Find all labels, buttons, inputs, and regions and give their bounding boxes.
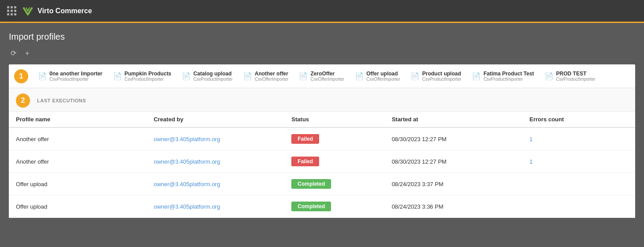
profile-tab-icon: 📄	[38, 72, 47, 80]
cell-status: Completed	[284, 173, 384, 195]
cell-profile-name: Offer upload	[9, 195, 147, 218]
cell-started-at: 08/30/2023 12:27 PM	[384, 150, 522, 173]
table-row[interactable]: Another offer owner@3.405platform.org Fa…	[9, 150, 635, 173]
profile-tab-name: Product upload	[422, 71, 461, 77]
table-row[interactable]: Offer upload owner@3.405platform.org Com…	[9, 195, 635, 218]
profile-tab-type: CsvProductImporter	[124, 77, 171, 82]
cell-created-by: owner@3.405platform.org	[147, 173, 284, 195]
profile-tab-icon: 📄	[243, 72, 252, 80]
executions-title: LAST EXECUTIONS	[37, 98, 86, 103]
cell-created-by: owner@3.405platform.org	[147, 150, 284, 173]
profile-tab-text: Fatima Product Test CsvProductImporter	[483, 71, 534, 82]
profile-tab-text: Product upload CsvProductImporter	[422, 71, 461, 82]
profile-tab-type: CsvProductImporter	[422, 77, 461, 82]
profile-tab-type: CsvProductImporter	[49, 77, 102, 82]
profile-tab-icon: 📄	[182, 72, 191, 80]
table-row[interactable]: Another offer owner@3.405platform.org Fa…	[9, 127, 635, 150]
table-header-row: Profile name Created by Status Started a…	[9, 112, 635, 127]
profile-tab-name: PROD TEST	[556, 71, 595, 77]
cell-errors-count: 1	[523, 127, 635, 150]
executions-section: 2 LAST EXECUTIONS Profile name Created b…	[9, 88, 635, 218]
top-navbar: Virto Commerce	[0, 0, 644, 23]
cell-status: Failed	[284, 150, 384, 173]
profile-tab-icon: 📄	[545, 72, 554, 80]
profile-tab-text: Another offer CsvOfferImporter	[255, 71, 289, 82]
refresh-button[interactable]: ⟳	[9, 48, 18, 58]
status-badge: Completed	[291, 179, 331, 189]
profile-tab-name: Fatima Product Test	[483, 71, 534, 77]
profile-tab-text: 0ne another Importer CsvProductImporter	[49, 71, 102, 82]
profile-tab-type: CsvOfferImporter	[255, 77, 289, 82]
col-header-created-by: Created by	[147, 112, 284, 127]
profile-tab-name: Offer upload	[366, 71, 400, 77]
profile-tab-name: Pumpkin Products	[124, 71, 171, 77]
profile-tab[interactable]: 📄 ZeroOffer CsvOfferImporter	[294, 69, 349, 83]
profile-tab[interactable]: 📄 Offer upload CsvOfferImporter	[350, 69, 405, 83]
profile-tab[interactable]: 📄 Catalog upload CsvProductImporter	[177, 69, 237, 83]
col-header-status: Status	[284, 112, 384, 127]
grid-menu-icon[interactable]	[7, 6, 16, 15]
profile-tab-icon: 📄	[299, 72, 308, 80]
cell-errors-count: 1	[523, 150, 635, 173]
profile-tab-type: CsvProductImporter	[556, 77, 595, 82]
cell-errors-count	[523, 195, 635, 218]
profile-tab-text: Pumpkin Products CsvProductImporter	[124, 71, 171, 82]
profile-tab[interactable]: 📄 Product upload CsvProductImporter	[406, 69, 466, 83]
profiles-tabs-container: 1 📄 0ne another Importer CsvProductImpor…	[9, 64, 635, 88]
col-header-profile-name: Profile name	[9, 112, 147, 127]
profile-tab[interactable]: 📄 Fatima Product Test CsvProductImporter	[467, 69, 538, 83]
profile-tab-icon: 📄	[472, 72, 481, 80]
error-count-link[interactable]: 1	[530, 158, 533, 165]
profile-tab-icon: 📄	[113, 72, 122, 80]
app-logo: Virto Commerce	[22, 5, 92, 17]
cell-errors-count	[523, 173, 635, 195]
profile-tab-type: CsvProductImporter	[193, 77, 233, 82]
page-title: Import profiles	[9, 32, 635, 42]
profile-tab-text: Catalog upload CsvProductImporter	[193, 71, 233, 82]
cell-status: Completed	[284, 195, 384, 218]
profile-tab[interactable]: 📄 PROD TEST CsvProductImporter	[540, 69, 600, 83]
profile-tab-icon: 📄	[411, 72, 419, 80]
cell-started-at: 08/24/2023 3:36 PM	[384, 195, 522, 218]
profile-tab-text: ZeroOffer CsvOfferImporter	[310, 71, 344, 82]
cell-profile-name: Offer upload	[9, 173, 147, 195]
profile-tab-icon: 📄	[355, 72, 364, 80]
profile-tab[interactable]: 📄 0ne another Importer CsvProductImporte…	[34, 69, 107, 83]
executions-header: 2 LAST EXECUTIONS	[9, 88, 635, 112]
profile-tab-name: ZeroOffer	[310, 71, 344, 77]
profile-tabs-list: 📄 0ne another Importer CsvProductImporte…	[34, 69, 600, 83]
table-row[interactable]: Offer upload owner@3.405platform.org Com…	[9, 173, 635, 195]
profile-tab-name: Another offer	[255, 71, 289, 77]
cell-created-by: owner@3.405platform.org	[147, 127, 284, 150]
step2-badge: 2	[16, 94, 30, 108]
col-header-started-at: Started at	[384, 112, 522, 127]
cell-status: Failed	[284, 127, 384, 150]
cell-profile-name: Another offer	[9, 150, 147, 173]
status-badge: Failed	[291, 134, 319, 144]
status-badge: Completed	[291, 202, 331, 211]
created-by-value: owner@3.405platform.org	[154, 203, 220, 210]
profile-tab[interactable]: 📄 Pumpkin Products CsvProductImporter	[109, 69, 176, 83]
cell-started-at: 08/24/2023 3:37 PM	[384, 173, 522, 195]
status-badge: Failed	[291, 157, 319, 166]
profiles-panel: 1 📄 0ne another Importer CsvProductImpor…	[9, 64, 635, 218]
created-by-value: owner@3.405platform.org	[154, 181, 220, 187]
profile-tab-type: CsvProductImporter	[483, 77, 534, 82]
add-button[interactable]: +	[23, 49, 31, 58]
step1-badge: 1	[14, 69, 28, 83]
profile-tab-type: CsvOfferImporter	[366, 77, 400, 82]
toolbar: ⟳ +	[9, 48, 635, 58]
profile-tab-name: 0ne another Importer	[49, 71, 102, 77]
main-content: Import profiles ⟳ + 1 📄 0ne another Impo…	[0, 23, 644, 247]
profile-tab[interactable]: 📄 Another offer CsvOfferImporter	[239, 69, 293, 83]
cell-created-by: owner@3.405platform.org	[147, 195, 284, 218]
profile-tab-name: Catalog upload	[193, 71, 233, 77]
profile-tab-text: Offer upload CsvOfferImporter	[366, 71, 400, 82]
executions-table-body: Another offer owner@3.405platform.org Fa…	[9, 127, 635, 218]
error-count-link[interactable]: 1	[530, 136, 533, 142]
cell-started-at: 08/30/2023 12:27 PM	[384, 127, 522, 150]
executions-table: Profile name Created by Status Started a…	[9, 112, 635, 218]
created-by-value: owner@3.405platform.org	[154, 158, 220, 165]
profile-tab-text: PROD TEST CsvProductImporter	[556, 71, 595, 82]
cell-profile-name: Another offer	[9, 127, 147, 150]
